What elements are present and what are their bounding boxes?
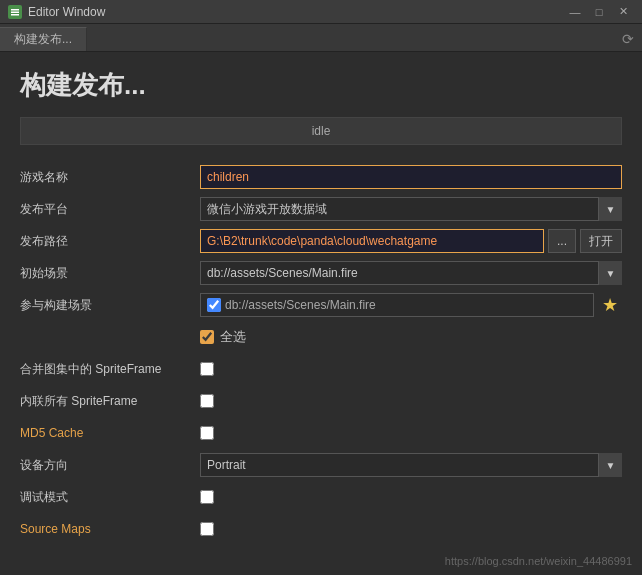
build-scene-label: 参与构建场景 [20, 297, 200, 314]
select-all-control: 全选 [200, 325, 622, 349]
orientation-dropdown-wrapper: Portrait ▼ [200, 453, 622, 477]
tab-build[interactable]: 构建发布... [0, 27, 87, 51]
path-input[interactable] [200, 229, 544, 253]
path-open-button[interactable]: 打开 [580, 229, 622, 253]
app-icon [8, 5, 22, 19]
build-scene-row: 参与构建场景 db://assets/Scenes/Main.fire ★ [20, 289, 622, 321]
inline-all-control [200, 394, 622, 408]
select-all-row: 全选 [20, 321, 622, 353]
maximize-button[interactable]: □ [588, 4, 610, 20]
source-maps-checkbox[interactable] [200, 522, 214, 536]
watermark: https://blog.csdn.net/weixin_44486991 [445, 555, 632, 567]
initial-scene-row: 初始场景 db://assets/Scenes/Main.fire ▼ [20, 257, 622, 289]
orientation-control: Portrait ▼ [200, 453, 622, 477]
game-name-input[interactable] [200, 165, 622, 189]
md5-cache-row: MD5 Cache [20, 417, 622, 449]
build-scene-control: db://assets/Scenes/Main.fire ★ [200, 293, 622, 317]
orientation-row: 设备方向 Portrait ▼ [20, 449, 622, 481]
game-name-control [200, 165, 622, 189]
debug-mode-label: 调试模式 [20, 489, 200, 506]
tab-bar: 构建发布... ⟳ [0, 24, 642, 52]
title-bar: Editor Window — □ ✕ [0, 0, 642, 24]
window-controls: — □ ✕ [564, 4, 634, 20]
path-control: ... 打开 [200, 229, 622, 253]
inline-all-checkbox[interactable] [200, 394, 214, 408]
merge-atlas-checkbox[interactable] [200, 362, 214, 376]
scene-row: db://assets/Scenes/Main.fire ★ [200, 293, 622, 317]
game-name-row: 游戏名称 [20, 161, 622, 193]
orientation-label: 设备方向 [20, 457, 200, 474]
platform-select[interactable]: 微信小游戏开放数据域 [200, 197, 622, 221]
merge-atlas-row: 合并图集中的 SpriteFrame [20, 353, 622, 385]
platform-dropdown-wrapper: 微信小游戏开放数据域 ▼ [200, 197, 622, 221]
initial-scene-select[interactable]: db://assets/Scenes/Main.fire [200, 261, 622, 285]
star-button[interactable]: ★ [598, 294, 622, 316]
inline-all-label: 内联所有 SpriteFrame [20, 393, 200, 410]
scene-checkbox-item: db://assets/Scenes/Main.fire [200, 293, 594, 317]
source-maps-label: Source Maps [20, 522, 200, 536]
path-row: 发布路径 ... 打开 [20, 225, 622, 257]
select-all-text: 全选 [220, 328, 246, 346]
source-maps-row: Source Maps [20, 513, 622, 545]
page-title: 构建发布... [20, 68, 622, 103]
initial-scene-label: 初始场景 [20, 265, 200, 282]
initial-scene-dropdown-wrapper: db://assets/Scenes/Main.fire ▼ [200, 261, 622, 285]
platform-row: 发布平台 微信小游戏开放数据域 ▼ [20, 193, 622, 225]
scene-item-checkbox[interactable] [207, 298, 221, 312]
refresh-icon: ⟳ [622, 31, 634, 47]
orientation-select[interactable]: Portrait [200, 453, 622, 477]
refresh-button[interactable]: ⟳ [614, 27, 642, 51]
select-all-checkbox[interactable] [200, 330, 214, 344]
merge-atlas-control [200, 362, 622, 376]
svg-rect-2 [11, 11, 19, 13]
page-content: 构建发布... idle 游戏名称 发布平台 微信小游戏开放数据域 ▼ [0, 52, 642, 575]
md5-cache-control [200, 426, 622, 440]
close-button[interactable]: ✕ [612, 4, 634, 20]
window-title: Editor Window [28, 5, 558, 19]
tab-label: 构建发布... [14, 31, 72, 48]
debug-mode-row: 调试模式 [20, 481, 622, 513]
initial-scene-control: db://assets/Scenes/Main.fire ▼ [200, 261, 622, 285]
svg-rect-1 [11, 9, 19, 11]
game-name-label: 游戏名称 [20, 169, 200, 186]
md5-cache-label: MD5 Cache [20, 426, 200, 440]
path-label: 发布路径 [20, 233, 200, 250]
build-form: 游戏名称 发布平台 微信小游戏开放数据域 ▼ 发布路径 ... [20, 161, 622, 545]
merge-atlas-label: 合并图集中的 SpriteFrame [20, 361, 200, 378]
source-maps-control [200, 522, 622, 536]
scene-item-label: db://assets/Scenes/Main.fire [225, 298, 376, 312]
status-text: idle [312, 124, 331, 138]
debug-mode-control [200, 490, 622, 504]
platform-label: 发布平台 [20, 201, 200, 218]
status-bar: idle [20, 117, 622, 145]
svg-rect-3 [11, 14, 19, 16]
platform-control: 微信小游戏开放数据域 ▼ [200, 197, 622, 221]
inline-all-row: 内联所有 SpriteFrame [20, 385, 622, 417]
md5-cache-checkbox[interactable] [200, 426, 214, 440]
path-dots-button[interactable]: ... [548, 229, 576, 253]
debug-mode-checkbox[interactable] [200, 490, 214, 504]
minimize-button[interactable]: — [564, 4, 586, 20]
